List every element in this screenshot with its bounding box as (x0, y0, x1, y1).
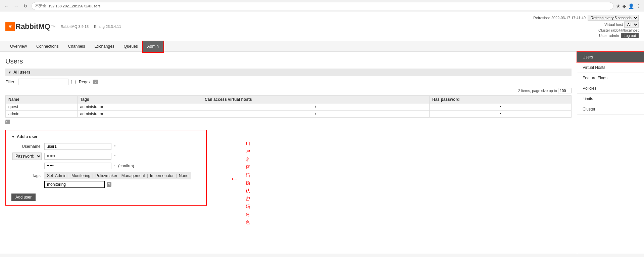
cluster-label: Cluster (598, 28, 610, 32)
all-users-label: All users (13, 70, 31, 75)
nav-admin[interactable]: Admin (143, 41, 163, 52)
menu-icon[interactable]: ⋮ (636, 3, 641, 9)
regex-checkbox[interactable] (71, 80, 76, 84)
sidebar-item-virtual-hosts[interactable]: Virtual Hosts (577, 62, 644, 73)
filter-label: Filter: (5, 80, 15, 84)
password-input[interactable] (44, 153, 111, 160)
table-help-icon[interactable]: ? (5, 120, 10, 124)
sidebar-item-cluster[interactable]: Cluster (577, 104, 644, 115)
collapse-arrow: ▼ (8, 71, 11, 74)
confirm-asterisk: * (114, 164, 115, 168)
annotations: 用户名 密码 确认密码 角色 (246, 140, 250, 226)
cell-virtual-hosts: / (202, 103, 429, 111)
logo: R RabbitMQ TM (5, 22, 55, 31)
nav-connections[interactable]: Connections (32, 41, 63, 52)
add-user-header[interactable]: ▼ Add a user (11, 134, 201, 139)
col-password: Has password (430, 96, 572, 103)
confirm-password-input[interactable] (44, 163, 111, 169)
tags-set-row: Set Admin | Monitoring | Policymaker Man… (44, 172, 191, 179)
account-icon[interactable]: 👤 (628, 3, 634, 9)
main-content: Users ▼ All users Filter: Regex ? 2 item… (0, 52, 577, 254)
annotation-username: 用户名 (246, 140, 250, 163)
password-row: Password: * (11, 153, 201, 160)
annotations-area: ← 用户名 密码 确认密码 角色 (230, 140, 250, 226)
refreshed-label: Refreshed 2022-03-17 17:41:49 (533, 16, 586, 20)
browser-icons: ★ ◆ 👤 ⋮ (616, 3, 641, 9)
nav-exchanges[interactable]: Exchanges (90, 41, 119, 52)
confirm-label: (confirm) (118, 164, 134, 168)
sidebar-item-users[interactable]: Users (577, 52, 644, 62)
virtualhost-select[interactable]: All (624, 22, 639, 28)
add-user-title: Add a user (17, 134, 38, 139)
tags-input[interactable] (44, 181, 105, 188)
page-size-input[interactable] (558, 88, 572, 93)
annotation-confirm: 确认密码 (246, 179, 250, 211)
logo-area: R RabbitMQ TM RabbitMQ 3.9.13 Erlang 23.… (5, 22, 121, 31)
filter-row: Filter: Regex ? (5, 79, 572, 85)
tag-impersonator[interactable]: Impersonator (150, 173, 174, 178)
security-warning: 不安全 (35, 3, 46, 8)
tag-monitoring[interactable]: Monitoring (71, 173, 90, 178)
refresh-select[interactable]: Refresh every 5 seconds (588, 15, 639, 21)
app-footer: HTTP APIServer DocsTutorialsCommunity Su… (0, 254, 644, 257)
users-table: Name Tags Can access virtual hosts Has p… (5, 95, 572, 118)
all-users-section: ▼ All users Filter: Regex ? 2 items, pag… (5, 69, 572, 124)
cell-has-password: • (430, 103, 572, 111)
extension-icon[interactable]: ◆ (623, 3, 626, 9)
add-user-arrow: ▼ (11, 135, 15, 139)
password-asterisk: * (114, 154, 115, 158)
refresh-row: Refreshed 2022-03-17 17:41:49 Refresh ev… (533, 15, 639, 21)
table-header-row: Name Tags Can access virtual hosts Has p… (6, 96, 572, 103)
annotation-password: 密码 (246, 163, 250, 179)
confirm-password-row: * (confirm) (11, 163, 201, 169)
main-nav: Overview Connections Channels Exchanges … (0, 41, 644, 52)
form-wrapper: Username: * Password: * (11, 143, 201, 188)
items-count: 2 items, page size up to (5, 88, 572, 93)
col-tags: Tags (77, 96, 202, 103)
tag-management[interactable]: Management (121, 173, 145, 178)
url-bar[interactable]: 不安全 192.168.202.128:15672/#/users (32, 2, 613, 10)
browser-chrome: ← → ↻ 不安全 192.168.202.128:15672/#/users … (0, 0, 644, 12)
tag-admin[interactable]: Admin (55, 173, 66, 178)
user-row: User admin Log out (599, 33, 639, 38)
help-icon[interactable]: ? (93, 80, 98, 84)
tag-policymaker[interactable]: Policymaker (95, 173, 117, 178)
table-row[interactable]: guest administrator / • (6, 103, 572, 111)
star-icon[interactable]: ★ (616, 3, 621, 9)
tags-help-icon[interactable]: ? (107, 182, 111, 187)
username-asterisk: * (114, 144, 115, 148)
regex-label: Regex (79, 80, 91, 84)
nav-channels[interactable]: Channels (63, 41, 90, 52)
add-user-button[interactable]: Add user (11, 194, 36, 201)
table-row[interactable]: admin administrator / • (6, 111, 572, 118)
back-button[interactable]: ← (3, 3, 10, 9)
password-type-select[interactable]: Password: (12, 153, 42, 160)
nav-overview[interactable]: Overview (5, 41, 32, 52)
reload-button[interactable]: ↻ (22, 3, 29, 9)
tags-input-row: ? (44, 181, 191, 188)
logout-button[interactable]: Log out (621, 33, 639, 38)
password-type-label: Password: (11, 153, 42, 160)
tag-none[interactable]: None (179, 173, 189, 178)
sidebar-item-policies[interactable]: Policies (577, 83, 644, 94)
all-users-header[interactable]: ▼ All users (5, 69, 572, 76)
logo-text: RabbitMQ (15, 22, 50, 31)
add-user-section: ▼ Add a user Username: * Password: (5, 130, 207, 206)
cell-virtual-hosts: / (202, 111, 429, 118)
cluster-row: Cluster rabbit@localhost (598, 28, 639, 32)
user-label: User (599, 34, 607, 38)
username-input[interactable] (44, 143, 111, 150)
sidebar-item-limits[interactable]: Limits (577, 94, 644, 104)
forward-button[interactable]: → (13, 3, 19, 9)
page-title: Users (5, 57, 572, 65)
nav-queues[interactable]: Queues (119, 41, 143, 52)
url-text: 192.168.202.128:15672/#/users (48, 4, 100, 8)
erlang-version: Erlang 23.3.4.11 (94, 25, 121, 29)
items-count-text: 2 items, page size up to (518, 89, 557, 93)
logo-icon: R (5, 22, 15, 31)
cluster-value: rabbit@localhost (611, 28, 639, 32)
filter-input[interactable] (18, 79, 68, 85)
tags-row: Tags: Set Admin | Monitoring | Policymak… (11, 172, 201, 188)
annotation-role: 角色 (246, 211, 250, 226)
sidebar-item-feature-flags[interactable]: Feature Flags (577, 73, 644, 83)
